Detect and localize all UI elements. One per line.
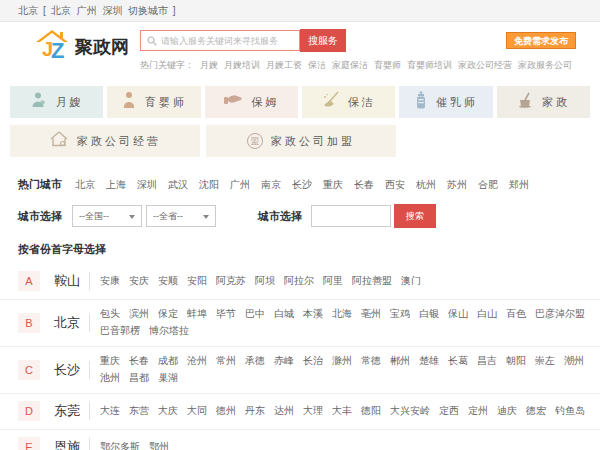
city-link[interactable]: 蚌埠 xyxy=(187,307,207,321)
hot-keyword-link[interactable]: 家庭保洁 xyxy=(332,59,368,72)
city-link[interactable]: 亳州 xyxy=(361,307,381,321)
city-link[interactable]: 白银 xyxy=(419,307,439,321)
hot-city-link[interactable]: 深圳 xyxy=(137,178,157,192)
search-input[interactable] xyxy=(161,36,293,46)
city-link[interactable]: 巢湖 xyxy=(158,371,178,385)
city-link[interactable]: 滨州 xyxy=(129,307,149,321)
city-link[interactable]: 阿里 xyxy=(323,274,343,288)
city-link[interactable]: 澳门 xyxy=(401,274,421,288)
hot-keyword-link[interactable]: 育婴师培训 xyxy=(407,59,452,72)
hot-keyword-link[interactable]: 家政服务公司 xyxy=(518,59,572,72)
letter-badge[interactable]: C xyxy=(18,360,40,380)
city-link[interactable]: 安庆 xyxy=(129,274,149,288)
city-link[interactable]: 昌吉 xyxy=(477,354,497,368)
search-service-button[interactable]: 搜服务 xyxy=(300,29,346,52)
category-yuyingshi[interactable]: 育婴师 xyxy=(107,86,200,118)
city-link[interactable]: 白城 xyxy=(274,307,294,321)
city-link[interactable]: 阿拉善盟 xyxy=(352,274,392,288)
city-link[interactable]: 大庆 xyxy=(158,404,178,418)
featured-city-link[interactable]: 鞍山 xyxy=(54,272,80,290)
publish-request-button[interactable]: 免费需求发布 xyxy=(506,32,576,49)
city-link[interactable]: 保山 xyxy=(448,307,468,321)
city-link[interactable]: 沧州 xyxy=(187,354,207,368)
switch-city-link[interactable]: 切换城市 xyxy=(128,0,168,21)
city-link[interactable]: 巴音郭楞 xyxy=(100,324,140,338)
city-link[interactable]: 长春 xyxy=(129,354,149,368)
city-link[interactable]: 长治 xyxy=(303,354,323,368)
city-link[interactable]: 崇左 xyxy=(535,354,555,368)
city-link[interactable]: 常州 xyxy=(216,354,236,368)
featured-city-link[interactable]: 北京 xyxy=(54,314,80,332)
hot-city-link[interactable]: 重庆 xyxy=(323,178,343,192)
city-search-button[interactable]: 搜索 xyxy=(394,204,436,228)
city-link[interactable]: 长葛 xyxy=(448,354,468,368)
letter-badge[interactable]: D xyxy=(18,401,40,421)
city-link[interactable]: 东营 xyxy=(129,404,149,418)
city-link[interactable]: 大丰 xyxy=(332,404,352,418)
city-search-input[interactable] xyxy=(311,205,391,227)
city-link[interactable]: 德阳 xyxy=(361,404,381,418)
hot-city-link[interactable]: 长春 xyxy=(354,178,374,192)
category-jiazheng[interactable]: 家政 xyxy=(497,86,590,118)
topbar-city-link[interactable]: 北京 xyxy=(51,0,71,21)
city-link[interactable]: 博尔塔拉 xyxy=(149,324,189,338)
category-company-franchise[interactable]: 盟 家政公司加盟 xyxy=(206,125,396,157)
featured-city-link[interactable]: 东莞 xyxy=(54,402,80,420)
category-yuesao[interactable]: 月嫂 xyxy=(10,86,103,118)
letter-badge[interactable]: A xyxy=(18,271,40,291)
city-link[interactable]: 白山 xyxy=(477,307,497,321)
category-baomu[interactable]: 保姆 xyxy=(205,86,298,118)
city-link[interactable]: 包头 xyxy=(100,307,120,321)
city-link[interactable]: 安顺 xyxy=(158,274,178,288)
city-link[interactable]: 德宏 xyxy=(526,404,546,418)
letter-badge[interactable]: B xyxy=(18,313,40,333)
city-link[interactable]: 潮州 xyxy=(564,354,584,368)
hot-city-link[interactable]: 武汉 xyxy=(168,178,188,192)
city-link[interactable]: 安康 xyxy=(100,274,120,288)
city-link[interactable]: 朝阳 xyxy=(506,354,526,368)
city-link[interactable]: 保定 xyxy=(158,307,178,321)
hot-keyword-link[interactable]: 家政公司经营 xyxy=(458,59,512,72)
city-link[interactable]: 阿坝 xyxy=(255,274,275,288)
category-cuirushi[interactable]: 催乳师 xyxy=(399,86,492,118)
city-link[interactable]: 钓鱼岛 xyxy=(555,404,585,418)
city-link[interactable]: 楚雄 xyxy=(419,354,439,368)
hot-city-link[interactable]: 北京 xyxy=(75,178,95,192)
hot-keyword-link[interactable]: 月嫂培训 xyxy=(224,59,260,72)
city-link[interactable]: 池州 xyxy=(100,371,120,385)
city-link[interactable]: 郴州 xyxy=(390,354,410,368)
category-baojie[interactable]: 保洁 xyxy=(302,86,395,118)
city-link[interactable]: 昌都 xyxy=(129,371,149,385)
hot-city-link[interactable]: 郑州 xyxy=(509,178,529,192)
city-link[interactable]: 巴中 xyxy=(245,307,265,321)
hot-city-link[interactable]: 上海 xyxy=(106,178,126,192)
hot-city-link[interactable]: 沈阳 xyxy=(199,178,219,192)
city-link[interactable]: 承德 xyxy=(245,354,265,368)
city-link[interactable]: 大兴安岭 xyxy=(390,404,430,418)
city-link[interactable]: 宝鸡 xyxy=(390,307,410,321)
city-link[interactable]: 德州 xyxy=(216,404,236,418)
category-company-operation[interactable]: 家政公司经营 xyxy=(10,125,200,157)
city-link[interactable]: 阿克苏 xyxy=(216,274,246,288)
city-link[interactable]: 大同 xyxy=(187,404,207,418)
city-link[interactable]: 迪庆 xyxy=(497,404,517,418)
logo[interactable]: J Z 聚政网 xyxy=(34,29,129,65)
province-select[interactable]: --全省-- xyxy=(146,205,216,227)
hot-city-link[interactable]: 南京 xyxy=(261,178,281,192)
city-link[interactable]: 鄂尔多斯 xyxy=(100,440,140,450)
featured-city-link[interactable]: 恩施 xyxy=(54,438,80,450)
city-link[interactable]: 本溪 xyxy=(303,307,323,321)
city-link[interactable]: 成都 xyxy=(158,354,178,368)
city-link[interactable]: 定西 xyxy=(439,404,459,418)
city-link[interactable]: 赤峰 xyxy=(274,354,294,368)
hot-keyword-link[interactable]: 月嫂工资 xyxy=(266,59,302,72)
city-link[interactable]: 毕节 xyxy=(216,307,236,321)
featured-city-link[interactable]: 长沙 xyxy=(54,361,80,379)
city-link[interactable]: 丹东 xyxy=(245,404,265,418)
city-link[interactable]: 滁州 xyxy=(332,354,352,368)
city-link[interactable]: 鄂州 xyxy=(149,440,169,450)
topbar-city-link[interactable]: 广州 xyxy=(77,0,97,21)
city-link[interactable]: 重庆 xyxy=(100,354,120,368)
city-link[interactable]: 北海 xyxy=(332,307,352,321)
topbar-city-link[interactable]: 深圳 xyxy=(103,0,123,21)
